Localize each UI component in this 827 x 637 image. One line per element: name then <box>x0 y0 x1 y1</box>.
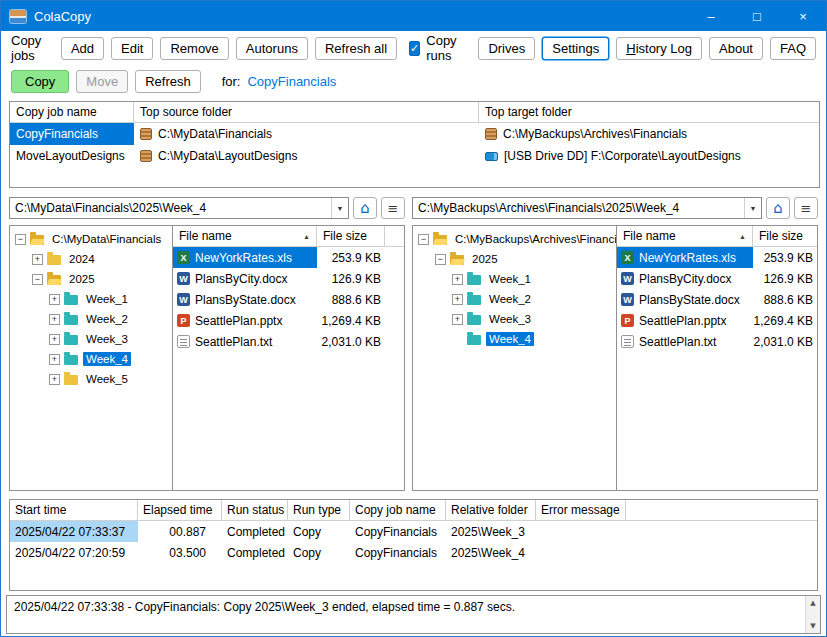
column-header-copy-job-name[interactable]: Copy job name <box>10 102 134 122</box>
status-scrollbar[interactable]: ▲ ▼ <box>805 596 820 633</box>
app-icon <box>10 10 26 23</box>
run-log-row-selected[interactable]: 2025/04/22 07:33:37 00.887 Completed Cop… <box>10 521 817 542</box>
column-header-run-type[interactable]: Run type <box>288 500 350 520</box>
tree-item[interactable]: + Week_3 <box>10 329 172 349</box>
tree-item[interactable]: − 2025 <box>10 269 172 289</box>
start-time-cell[interactable]: 2025/04/22 07:20:59 <box>10 542 138 563</box>
expand-icon[interactable]: + <box>49 334 60 345</box>
tree-item[interactable]: + Week_3 <box>413 309 616 329</box>
dropdown-arrow-icon[interactable]: ▼ <box>744 198 761 218</box>
file-row[interactable]: PlansByState.docx 888.6 KB <box>617 289 817 310</box>
expand-icon[interactable]: + <box>49 374 60 385</box>
column-header-file-name[interactable]: File name ▲ <box>173 226 317 246</box>
collapse-icon[interactable]: − <box>435 254 446 265</box>
expand-icon[interactable]: + <box>452 314 463 325</box>
file-row[interactable]: SeattlePlan.pptx 1,269.4 KB <box>617 310 817 331</box>
scroll-down-button[interactable]: ▼ <box>806 619 820 633</box>
source-path-combobox[interactable]: C:\MyData\Financials\2025\Week_4 ▼ <box>9 197 349 219</box>
column-header-error-message[interactable]: Error message <box>536 500 626 520</box>
maximize-button[interactable]: □ <box>734 1 780 31</box>
target-path-combobox[interactable]: C:\MyBackups\Archives\Financials\2025\We… <box>412 197 762 219</box>
column-header-file-size[interactable]: File size <box>753 226 817 246</box>
file-list-header: File name ▲ File size <box>617 226 817 247</box>
column-header-run-status[interactable]: Run status <box>222 500 288 520</box>
tree-item[interactable]: + 2024 <box>10 249 172 269</box>
history-log-button[interactable]: History Log <box>616 37 702 60</box>
edit-button[interactable]: Edit <box>111 37 153 60</box>
source-browse-button[interactable]: ⌂ <box>353 197 377 219</box>
tree-item[interactable]: + Week_5 <box>10 369 172 389</box>
refresh-all-button[interactable]: Refresh all <box>315 37 397 60</box>
target-browse-button[interactable]: ⌂ <box>766 197 790 219</box>
file-name-cell: PlansByCity.docx <box>617 268 753 289</box>
column-header-start-time[interactable]: Start time <box>10 500 138 520</box>
tree-item[interactable]: + Week_2 <box>413 289 616 309</box>
file-row[interactable]: SeattlePlan.pptx 1,269.4 KB <box>173 310 404 331</box>
autoruns-button[interactable]: Autoruns <box>236 37 308 60</box>
path-row: C:\MyData\Financials\2025\Week_4 ▼ ⌂ ≡ C… <box>9 197 818 219</box>
collapse-icon[interactable]: − <box>418 234 429 245</box>
tree-item-selected[interactable]: Week_4 <box>413 329 616 349</box>
about-button[interactable]: About <box>709 37 763 60</box>
column-header-copy-job-name[interactable]: Copy job name <box>350 500 446 520</box>
copy-job-name-cell[interactable]: CopyFinancials <box>10 123 134 145</box>
file-row[interactable]: SeattlePlan.txt 2,031.0 KB <box>617 331 817 352</box>
source-menu-button[interactable]: ≡ <box>381 197 405 219</box>
excel-file-icon <box>621 251 634 264</box>
collapse-icon[interactable]: − <box>32 274 43 285</box>
tree-item[interactable]: + Week_1 <box>10 289 172 309</box>
column-header-elapsed-time[interactable]: Elapsed time <box>138 500 222 520</box>
file-size-cell: 2,031.0 KB <box>317 331 385 352</box>
file-row[interactable]: PlansByCity.docx 126.9 KB <box>617 268 817 289</box>
file-row-selected[interactable]: NewYorkRates.xls 253.9 KB <box>173 247 404 268</box>
run-log-row[interactable]: 2025/04/22 07:20:59 03.500 Completed Cop… <box>10 542 817 563</box>
add-button[interactable]: Add <box>61 37 104 60</box>
drives-button[interactable]: Drives <box>478 37 535 60</box>
refresh-button[interactable]: Refresh <box>135 70 201 93</box>
scroll-up-button[interactable]: ▲ <box>806 596 820 610</box>
copy-job-row[interactable]: MoveLayoutDesigns C:\MyData\LayoutDesign… <box>10 145 819 167</box>
scrollbar-track[interactable] <box>806 610 820 619</box>
tree-item-root[interactable]: − C:\MyData\Financials <box>10 229 172 249</box>
tree-item[interactable]: + Week_2 <box>10 309 172 329</box>
start-time-cell[interactable]: 2025/04/22 07:33:37 <box>10 521 138 542</box>
expand-icon[interactable]: + <box>49 294 60 305</box>
remove-button[interactable]: Remove <box>160 37 228 60</box>
tree-item[interactable]: + Week_1 <box>413 269 616 289</box>
source-folder-tree: − C:\MyData\Financials + 2024 − 2025 + <box>10 226 173 490</box>
source-folder-path: C:\MyData\LayoutDesigns <box>158 149 297 163</box>
dropdown-arrow-icon[interactable]: ▼ <box>331 198 348 218</box>
close-button[interactable]: × <box>780 1 826 31</box>
open-folder-icon <box>450 255 464 265</box>
copy-runs-checkbox[interactable]: ✓ Copy runs <box>409 33 464 63</box>
faq-button[interactable]: FAQ <box>770 37 816 60</box>
minimize-button[interactable]: – <box>688 1 734 31</box>
expand-icon[interactable]: + <box>49 314 60 325</box>
file-row-selected[interactable]: NewYorkRates.xls 253.9 KB <box>617 247 817 268</box>
tree-item-root[interactable]: − C:\MyBackups\Archives\Financials <box>413 229 616 249</box>
target-menu-button[interactable]: ≡ <box>794 197 818 219</box>
file-name: SeattlePlan.pptx <box>195 314 282 328</box>
file-row[interactable]: SeattlePlan.txt 2,031.0 KB <box>173 331 404 352</box>
column-header-file-name[interactable]: File name ▲ <box>617 226 753 246</box>
expand-icon[interactable]: + <box>452 274 463 285</box>
sort-ascending-icon: ▲ <box>739 233 746 240</box>
column-header-top-source-folder[interactable]: Top source folder <box>134 102 479 122</box>
column-header-file-size[interactable]: File size <box>317 226 385 246</box>
column-header-top-target-folder[interactable]: Top target folder <box>479 102 819 122</box>
file-row[interactable]: PlansByState.docx 888.6 KB <box>173 289 404 310</box>
tree-item-selected[interactable]: + Week_4 <box>10 349 172 369</box>
expand-icon[interactable]: + <box>32 254 43 265</box>
tree-item[interactable]: − 2025 <box>413 249 616 269</box>
settings-button[interactable]: Settings <box>542 37 609 60</box>
expand-icon[interactable]: + <box>49 354 60 365</box>
copy-job-row[interactable]: CopyFinancials C:\MyData\Financials C:\M… <box>10 123 819 145</box>
column-header-relative-folder[interactable]: Relative folder <box>446 500 536 520</box>
copy-button[interactable]: Copy <box>11 70 69 93</box>
copy-job-name-cell[interactable]: MoveLayoutDesigns <box>10 145 134 167</box>
file-row[interactable]: PlansByCity.docx 126.9 KB <box>173 268 404 289</box>
collapse-icon[interactable]: − <box>15 234 26 245</box>
move-button[interactable]: Move <box>76 70 128 93</box>
target-folder-cell: [USB Drive DD] F:\Corporate\LayoutDesign… <box>479 145 819 167</box>
expand-icon[interactable]: + <box>452 294 463 305</box>
